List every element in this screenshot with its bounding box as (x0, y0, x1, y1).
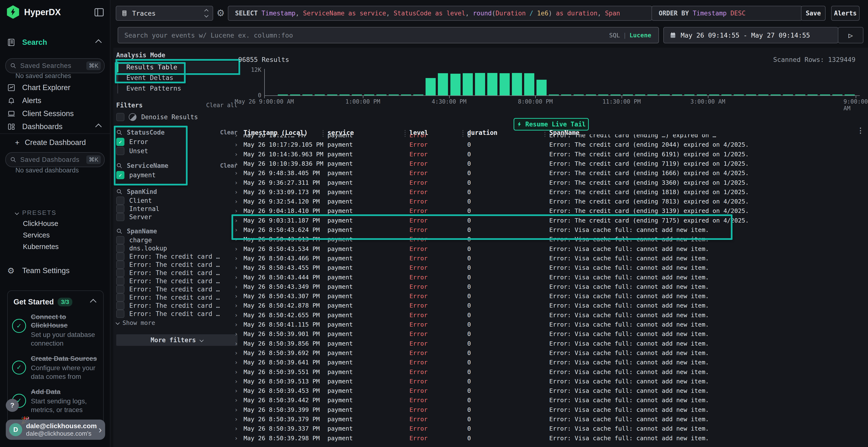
table-row[interactable]: ›May 26 8:50:43.444 PMpaymentError0Error… (232, 272, 868, 282)
tab-event-patterns[interactable]: Event Patterns (118, 83, 238, 94)
sidebar-item-search[interactable]: Search (0, 36, 110, 49)
more-filters-button[interactable]: More filters (116, 334, 238, 346)
table-row[interactable]: ›May 26 8:50:39.453 PMpaymentError0Error… (232, 386, 868, 395)
row-expand-chevron-icon[interactable]: › (235, 416, 238, 423)
filter-option[interactable]: Error: The credit card … (116, 294, 238, 301)
table-row[interactable]: ›May 26 8:50:43.624 PMpaymentError0Error… (232, 225, 868, 234)
table-row[interactable]: ›May 26 8:50:39.901 PMpaymentError0Error… (232, 329, 868, 338)
get-started-item[interactable]: ✓Create Data SourcesConfigure where your… (12, 354, 99, 381)
row-expand-chevron-icon[interactable]: › (235, 255, 238, 262)
filter-option[interactable]: ✓Error (116, 138, 238, 146)
table-row[interactable]: ›May 26 8:50:39.399 PMpaymentError0Error… (232, 405, 868, 414)
presets-header[interactable]: PRESETS (16, 209, 56, 216)
checkbox-icon[interactable]: ✓ (116, 171, 124, 179)
user-menu[interactable]: D dale@clickhouse.com dale@clickhouse.co… (6, 419, 105, 440)
table-row[interactable]: ›May 26 8:50:43.613 PMpaymentError0Error… (232, 234, 868, 244)
query-gear-icon[interactable]: ⚙ (217, 8, 225, 18)
tab-results-table[interactable]: Results Table (118, 62, 238, 72)
row-expand-chevron-icon[interactable]: › (235, 283, 238, 290)
histogram-bar[interactable] (524, 73, 534, 95)
row-expand-chevron-icon[interactable]: › (235, 435, 238, 442)
table-row[interactable]: ›May 26 8:50:43.455 PMpaymentError0Error… (232, 263, 868, 272)
date-range-picker[interactable]: May 26 09:14:55 - May 27 09:14:55 (663, 27, 838, 43)
table-row[interactable]: ›May 26 8:50:39.856 PMpaymentError0Error… (232, 339, 868, 348)
save-button[interactable]: Save (801, 6, 826, 21)
table-row[interactable]: ›May 26 8:50:39.692 PMpaymentError0Error… (232, 348, 868, 357)
filter-option[interactable]: Error: The credit card … (116, 253, 238, 260)
row-expand-chevron-icon[interactable]: › (235, 160, 238, 167)
table-row[interactable]: ›May 26 8:50:42.655 PMpaymentError0Error… (232, 310, 868, 319)
row-expand-chevron-icon[interactable]: › (235, 274, 238, 281)
table-row[interactable]: ›May 26 9:36:27.311 PMpaymentError0Error… (232, 178, 868, 187)
table-row[interactable]: ›May 26 9:33:09.173 PMpaymentError0Error… (232, 187, 868, 197)
histogram-bar[interactable] (487, 73, 497, 95)
saved-dashboards-input[interactable]: Saved Dashboards ⌘K (5, 152, 105, 167)
table-row[interactable]: ›May 26 9:32:54.120 PMpaymentError0Error… (232, 197, 868, 206)
table-row[interactable]: ›May 26 8:50:39.337 PMpaymentError0Error… (232, 424, 868, 433)
filter-option[interactable]: Error: The credit card … (116, 302, 238, 309)
table-row[interactable]: ›May 26 10:10:39.836 PMpaymentError0Erro… (232, 159, 868, 168)
checkbox-icon[interactable] (116, 147, 124, 155)
filter-option[interactable]: charge (116, 237, 238, 244)
table-row[interactable]: ›May 26 9:03:31.187 PMpaymentError0Error… (232, 215, 868, 225)
checkbox-icon[interactable] (116, 269, 124, 277)
row-expand-chevron-icon[interactable]: › (235, 378, 238, 385)
chevron-up-icon[interactable] (90, 299, 96, 305)
row-expand-chevron-icon[interactable]: › (235, 134, 238, 139)
mode-lucene-toggle[interactable]: Lucene (629, 32, 651, 39)
row-expand-chevron-icon[interactable]: › (235, 207, 238, 214)
filter-option[interactable]: ✓payment (116, 171, 238, 179)
sql-select-input[interactable]: SELECT Timestamp, ServiceName as service… (228, 6, 652, 21)
table-row[interactable]: ›May 26 8:50:39.551 PMpaymentError0Error… (232, 367, 868, 376)
saved-searches-input[interactable]: Saved Searches ⌘K (5, 58, 105, 73)
filter-option[interactable]: Client (116, 197, 238, 204)
checkbox-icon[interactable] (116, 285, 124, 294)
sidebar-item-dashboards[interactable]: Dashboards (0, 121, 110, 133)
table-row[interactable]: ›May 26 8:50:42.878 PMpaymentError0Error… (232, 301, 868, 310)
show-more-button[interactable]: Show more (116, 318, 238, 327)
results-table[interactable]: ›May 26 10:21:… PMpaymentError0Error: Th… (232, 134, 868, 447)
histogram-bar[interactable] (426, 78, 436, 95)
row-expand-chevron-icon[interactable]: › (235, 387, 238, 394)
run-query-button[interactable]: ▷ (838, 27, 863, 43)
checkbox-icon[interactable]: ✓ (116, 138, 124, 146)
table-row[interactable]: ›May 26 9:48:38.405 PMpaymentError0Error… (232, 168, 868, 177)
table-row[interactable]: ›May 26 8:50:43.466 PMpaymentError0Error… (232, 253, 868, 263)
denoise-results-toggle[interactable]: Denoise Results (116, 112, 238, 122)
row-expand-chevron-icon[interactable]: › (235, 198, 238, 205)
row-expand-chevron-icon[interactable]: › (235, 170, 238, 176)
row-expand-chevron-icon[interactable]: › (235, 397, 238, 404)
table-row[interactable]: ›May 26 8:50:39.442 PMpaymentError0Error… (232, 395, 868, 405)
row-expand-chevron-icon[interactable]: › (235, 245, 238, 252)
row-expand-chevron-icon[interactable]: › (235, 312, 238, 319)
sidebar-item-team-settings[interactable]: ⚙ Team Settings (0, 265, 110, 277)
row-expand-chevron-icon[interactable]: › (235, 369, 238, 375)
clear-all-button[interactable]: Clear all (206, 102, 238, 109)
sidebar-collapse-icon[interactable] (94, 7, 105, 18)
row-expand-chevron-icon[interactable]: › (235, 406, 238, 413)
filter-option[interactable]: dns.lookup (116, 245, 238, 252)
sidebar-item-chart-explorer[interactable]: Chart Explorer (0, 81, 110, 94)
table-row[interactable]: ›May 26 9:04:18.410 PMpaymentError0Error… (232, 206, 868, 215)
row-expand-chevron-icon[interactable]: › (235, 217, 238, 224)
histogram-bar[interactable] (500, 73, 510, 95)
order-by-input[interactable]: ORDER BY Timestamp DESC (651, 6, 802, 21)
filter-option[interactable]: Error: The credit card … (116, 277, 238, 285)
row-expand-chevron-icon[interactable]: › (235, 151, 238, 158)
row-expand-chevron-icon[interactable]: › (235, 236, 238, 243)
sidebar-item-alerts[interactable]: Alerts (0, 94, 110, 107)
filter-option[interactable]: Error: The credit card … (116, 269, 238, 276)
create-dashboard-button[interactable]: + Create Dashboard (0, 136, 110, 149)
table-row[interactable]: ›May 26 10:14:36.963 PMpaymentError0Erro… (232, 149, 868, 159)
get-started-item[interactable]: ✓Add DataStart sending logs, metrics, or… (12, 387, 99, 414)
filter-option[interactable]: Error: The credit card … (116, 286, 238, 293)
sidebar-preset-services[interactable]: Services (23, 231, 50, 239)
checkbox-icon[interactable] (116, 302, 124, 310)
sidebar-preset-clickhouse[interactable]: ClickHouse (23, 220, 58, 228)
row-expand-chevron-icon[interactable]: › (235, 179, 238, 186)
table-row[interactable]: ›May 26 8:50:41.115 PMpaymentError0Error… (232, 319, 868, 329)
row-expand-chevron-icon[interactable]: › (235, 349, 238, 356)
filter-option[interactable]: Unset (116, 147, 238, 155)
checkbox-icon[interactable] (116, 277, 124, 285)
table-row[interactable]: ›May 26 8:50:39.641 PMpaymentError0Error… (232, 357, 868, 367)
